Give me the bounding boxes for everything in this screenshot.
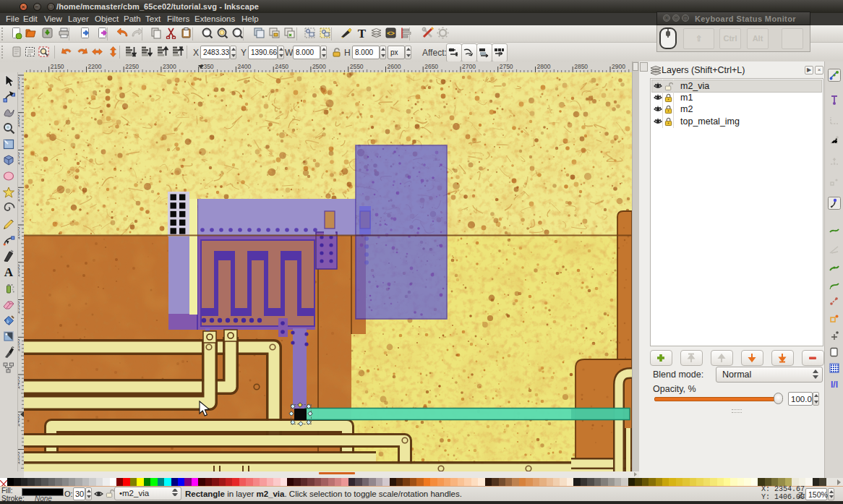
svg-text:2800: 2800	[537, 63, 551, 70]
svg-text:2550: 2550	[350, 63, 364, 70]
svg-text:1700: 1700	[18, 189, 21, 202]
svg-text:<>: <>	[387, 30, 395, 37]
svg-text:1400: 1400	[18, 414, 21, 427]
svg-text:2150: 2150	[51, 63, 64, 70]
svg-text:2600: 2600	[388, 63, 401, 70]
svg-text:1650: 1650	[18, 226, 21, 239]
svg-text:2250: 2250	[125, 63, 139, 70]
svg-text:1600: 1600	[18, 264, 21, 277]
svg-text:A: A	[4, 265, 14, 278]
svg-text:2900: 2900	[612, 63, 625, 70]
svg-text:2300: 2300	[163, 63, 176, 70]
svg-text:1550: 1550	[18, 301, 21, 314]
svg-text:2400: 2400	[237, 63, 251, 70]
svg-text:1350: 1350	[18, 451, 21, 464]
svg-text:T: T	[358, 27, 367, 39]
svg-text:2650: 2650	[424, 63, 438, 70]
svg-text:2500: 2500	[312, 63, 326, 70]
svg-text:1450: 1450	[18, 376, 21, 389]
svg-text:1800: 1800	[18, 114, 21, 127]
svg-text:I/I: I/I	[831, 380, 838, 390]
svg-text:2850: 2850	[574, 63, 588, 70]
svg-text:2700: 2700	[462, 63, 476, 70]
svg-text:1850: 1850	[18, 77, 21, 90]
svg-text:2200: 2200	[88, 63, 102, 70]
svg-text:2450: 2450	[275, 63, 288, 70]
svg-text:2750: 2750	[500, 63, 513, 70]
svg-text:1500: 1500	[18, 338, 21, 351]
svg-text:1750: 1750	[18, 152, 21, 165]
